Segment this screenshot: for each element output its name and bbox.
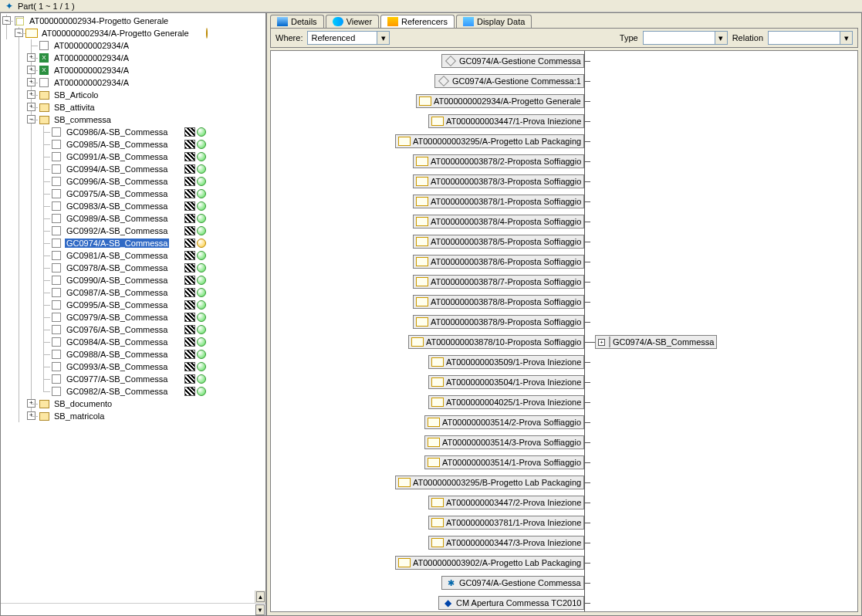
referencer-node[interactable]: AT000000003509/1-Prova Iniezione xyxy=(428,355,584,369)
referencer-node[interactable]: GC0974/A-Gestione Commessa xyxy=(441,54,584,68)
referencer-node[interactable]: AT000000003878/4-Proposta Soffiaggio xyxy=(413,215,584,228)
tree-expander[interactable]: + xyxy=(27,399,35,408)
tree-expander[interactable]: + xyxy=(27,53,35,62)
tab-details[interactable]: Details xyxy=(270,15,324,28)
referencer-node[interactable]: ◆CM Apertura Commessa TC2010 xyxy=(438,596,584,610)
tab-referencers[interactable]: Referencers xyxy=(380,15,455,28)
referencer-node[interactable]: AT000000003447/2-Prova Iniezione xyxy=(428,496,584,509)
center-node[interactable]: +GC0974/A-SB_Commessa xyxy=(595,335,717,349)
tree-item[interactable]: +SB_matricola xyxy=(1,410,265,422)
referencer-node[interactable]: AT000000003514/3-Prova Soffiaggio xyxy=(424,435,584,449)
tree-item[interactable]: GC0988/A-SB_Commessa xyxy=(1,348,265,360)
referencers-graph[interactable]: GC0974/A-Gestione CommessaGC0974/A-Gesti… xyxy=(270,50,858,612)
referencer-node[interactable]: ✱GC0974/A-Gestione Commessa xyxy=(441,576,584,590)
referencer-label: AT000000003878/6-Proposta Soffiaggio xyxy=(431,257,581,266)
referencer-node[interactable]: AT000000003514/2-Prova Soffiaggio xyxy=(424,415,584,429)
referencer-node[interactable]: AT000000003447/1-Prova Iniezione xyxy=(428,114,584,128)
referencer-node[interactable]: AT000000003878/6-Proposta Soffiaggio xyxy=(413,255,584,269)
connector-line xyxy=(584,201,590,202)
referencer-node[interactable]: AT000000003514/1-Prova Soffiaggio xyxy=(424,455,584,469)
tree-expander[interactable]: − xyxy=(27,115,35,124)
tree-item[interactable]: +SB_documento xyxy=(1,398,265,410)
tree-spin-down[interactable]: ▼ xyxy=(255,604,265,615)
tree-expander[interactable]: − xyxy=(2,16,11,25)
flag-icon xyxy=(184,140,195,149)
tree-expander[interactable]: + xyxy=(27,411,35,420)
tree-item[interactable]: −SB_commessa xyxy=(1,113,265,126)
tree-item[interactable]: GC0981/A-SB_Commessa xyxy=(1,249,265,262)
type-dropdown[interactable]: ▾ xyxy=(643,31,728,45)
tree-expander[interactable]: + xyxy=(27,66,35,74)
tree-label: SB_Articolo xyxy=(52,90,100,100)
tree-item[interactable]: GC0975/A-SB_Commessa xyxy=(1,188,265,200)
where-dropdown[interactable]: Referenced ▾ xyxy=(307,31,390,45)
tree-spin-up[interactable]: ▲ xyxy=(256,591,265,602)
tree-item[interactable]: GC0977/A-SB_Commessa xyxy=(1,373,265,385)
tree-item[interactable]: GC0979/A-SB_Commessa xyxy=(1,311,265,323)
tree-item[interactable]: GC0986/A-SB_Commessa xyxy=(1,126,265,138)
referencer-node[interactable]: AT000000003295/B-Progetto Lab Packaging xyxy=(395,476,584,489)
tree-item[interactable]: −AT000000002934-Progetto Generale xyxy=(1,15,265,27)
tree-item[interactable]: GC0987/A-SB_Commessa xyxy=(1,286,265,299)
tree-item[interactable]: +AT000000002934/A xyxy=(1,76,265,89)
tree-item[interactable]: GC0993/A-SB_Commessa xyxy=(1,360,265,373)
tree-item[interactable]: GC0985/A-SB_Commessa xyxy=(1,138,265,151)
tree-node-icon xyxy=(50,225,63,237)
referencer-node[interactable]: AT000000004025/1-Prova Iniezione xyxy=(428,395,584,409)
tree-item[interactable]: GC0983/A-SB_Commessa xyxy=(1,200,265,212)
referencer-node[interactable]: AT000000003878/10-Proposta Soffiaggio xyxy=(408,335,584,349)
tab-display-data[interactable]: Display Data xyxy=(456,15,532,28)
chevron-down-icon[interactable]: ▾ xyxy=(377,32,389,44)
document-icon xyxy=(428,457,440,468)
tree-expander[interactable]: + xyxy=(27,103,35,111)
tab-viewer[interactable]: Viewer xyxy=(326,15,379,28)
tree-expander[interactable]: + xyxy=(27,90,35,99)
globe-icon xyxy=(206,29,208,38)
tree-item[interactable]: GC0982/A-SB_Commessa xyxy=(1,385,265,398)
tree-item[interactable]: AT000000002934/A xyxy=(1,39,265,52)
chevron-down-icon[interactable]: ▾ xyxy=(840,32,852,44)
tree-item[interactable]: GC0994/A-SB_Commessa xyxy=(1,163,265,175)
tree-node-icon xyxy=(50,299,63,311)
referencer-node[interactable]: AT000000003878/8-Proposta Soffiaggio xyxy=(413,295,584,309)
referencer-node[interactable]: GC0974/A-Gestione Commessa:1 xyxy=(434,74,584,88)
referencer-node[interactable]: AT000000003902/A-Progetto Lab Packaging xyxy=(395,556,584,570)
tree-item[interactable]: +SB_attivita xyxy=(1,101,265,113)
tree-item[interactable]: GC0995/A-SB_Commessa xyxy=(1,299,265,311)
referencer-node[interactable]: AT000000003878/9-Proposta Soffiaggio xyxy=(413,315,584,329)
tree-item[interactable]: +XAT000000002934/A xyxy=(1,64,265,76)
referencer-node[interactable]: AT000000003504/1-Prova Iniezione xyxy=(428,375,584,389)
tree-label: SB_documento xyxy=(52,399,113,408)
tree-expander[interactable]: + xyxy=(27,78,35,86)
status-icons xyxy=(184,164,206,174)
referencer-node[interactable]: AT000000003878/7-Proposta Soffiaggio xyxy=(413,275,584,289)
referencer-node[interactable]: AT000000003781/1-Prova Iniezione xyxy=(428,516,584,530)
relation-dropdown[interactable]: ▾ xyxy=(768,31,853,45)
tree-item[interactable]: GC0990/A-SB_Commessa xyxy=(1,274,265,286)
referencer-node[interactable]: AT000000003878/3-Proposta Soffiaggio xyxy=(413,174,584,188)
referencer-node[interactable]: AT000000003878/2-Proposta Soffiaggio xyxy=(413,154,584,168)
tree-item[interactable]: −AT000000002934/A-Progetto Generale xyxy=(1,27,265,39)
connector-line xyxy=(584,503,590,503)
connector-line xyxy=(584,462,590,463)
tree-item[interactable]: GC0996/A-SB_Commessa xyxy=(1,175,265,188)
referencer-node[interactable]: AT000000002934/A-Progetto Generale xyxy=(416,94,584,108)
tree-label: GC0992/A-SB_Commessa xyxy=(65,226,169,235)
tree-item[interactable]: +SB_Articolo xyxy=(1,89,265,101)
tree-item[interactable]: GC0989/A-SB_Commessa xyxy=(1,212,265,225)
tree-item[interactable]: GC0992/A-SB_Commessa xyxy=(1,225,265,237)
tree[interactable]: −AT000000002934-Progetto Generale−AT0000… xyxy=(1,13,265,591)
chevron-down-icon[interactable]: ▾ xyxy=(715,32,727,44)
tree-item[interactable]: GC0978/A-SB_Commessa xyxy=(1,262,265,274)
referencer-node[interactable]: AT000000003878/5-Proposta Soffiaggio xyxy=(413,235,584,249)
expand-icon[interactable]: + xyxy=(598,339,605,346)
referencer-node[interactable]: AT000000003295/A-Progetto Lab Packaging xyxy=(395,134,584,148)
tree-item[interactable]: GC0984/A-SB_Commessa xyxy=(1,336,265,348)
referencer-node[interactable]: AT000000003878/1-Proposta Soffiaggio xyxy=(413,195,584,208)
tree-item[interactable]: GC0991/A-SB_Commessa xyxy=(1,151,265,163)
tree-item[interactable]: GC0976/A-SB_Commessa xyxy=(1,323,265,336)
tree-item[interactable]: +XAT000000002934/A xyxy=(1,52,265,64)
tree-item[interactable]: GC0974/A-SB_Commessa xyxy=(1,237,265,249)
tree-expander[interactable]: − xyxy=(15,29,23,37)
referencer-node[interactable]: AT000000003447/3-Prova Iniezione xyxy=(428,536,584,550)
